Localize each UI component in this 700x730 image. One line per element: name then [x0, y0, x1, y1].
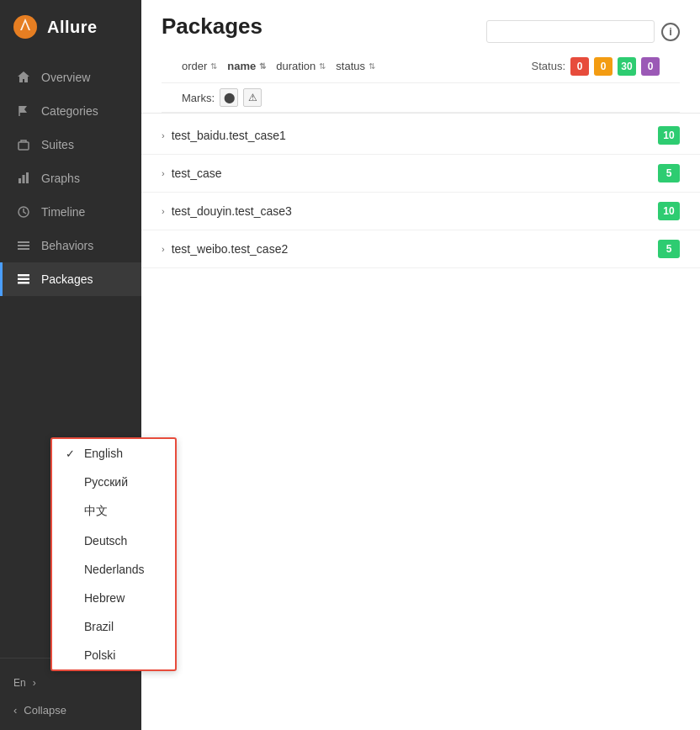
chevron-left-icon: ‹ [13, 704, 17, 717]
marks-row: Marks: ⬤ ⚠ [162, 83, 680, 113]
sidebar-item-behaviors-label: Behaviors [41, 239, 93, 252]
page-title: Packages [162, 13, 262, 40]
clock-icon [16, 204, 31, 220]
table-header: order ⇅ name ⇅ duration ⇅ status ⇅ Statu… [162, 50, 680, 83]
packages-icon [16, 272, 31, 287]
package-name-0: test_baidu.test_case1 [172, 129, 658, 142]
chevron-icon-2: › [162, 206, 165, 216]
package-item-2[interactable]: › test_douyin.test_case3 10 [141, 193, 700, 230]
svg-rect-5 [26, 172, 29, 183]
sort-name-icon: ⇅ [259, 61, 266, 71]
package-name-3: test_weibo.test_case2 [172, 242, 658, 256]
sort-order-icon: ⇅ [210, 61, 217, 71]
bar-chart-icon [16, 171, 31, 186]
lang-nederlands-label: Nederlands [84, 563, 145, 576]
flag-icon [16, 103, 31, 119]
col-order[interactable]: order ⇅ [182, 56, 227, 76]
sort-duration-icon: ⇅ [319, 61, 326, 71]
package-count-0: 10 [658, 126, 680, 145]
app-name: Allure [47, 18, 98, 37]
sidebar-item-packages[interactable]: Packages [0, 262, 141, 296]
lang-brazil-label: Brazil [84, 620, 114, 633]
lang-chinese-label: 中文 [84, 504, 108, 519]
sidebar-item-categories[interactable]: Categories [0, 94, 141, 128]
sidebar-item-categories-label: Categories [41, 104, 98, 118]
logo[interactable]: Allure [0, 0, 141, 54]
collapse-label: Collapse [24, 704, 66, 717]
svg-rect-12 [18, 282, 29, 284]
sidebar-item-graphs-label: Graphs [41, 172, 80, 185]
lang-option-english[interactable]: ✓ English [52, 439, 175, 468]
lang-option-russian[interactable]: Русский [52, 468, 175, 496]
lang-option-brazil[interactable]: Brazil [52, 612, 175, 641]
lang-polski-label: Polski [84, 648, 115, 662]
svg-rect-8 [18, 245, 29, 246]
sidebar-item-timeline-label: Timeline [41, 205, 85, 219]
sidebar-bottom: ✓ English Русский 中文 Deutsch Nederlands [0, 658, 141, 730]
chevron-icon-0: › [162, 130, 165, 140]
info-icon[interactable]: i [661, 23, 680, 41]
lang-russian-label: Русский [84, 475, 128, 489]
svg-rect-4 [23, 175, 25, 183]
lang-button-label: En [13, 677, 26, 689]
page-header: Packages i order ⇅ name ⇅ duration ⇅ sta… [141, 0, 700, 114]
package-name-1: test_case [172, 167, 658, 180]
sidebar-item-overview-label: Overview [41, 71, 90, 84]
main-content: Packages i order ⇅ name ⇅ duration ⇅ sta… [141, 0, 700, 730]
col-order-label: order [182, 60, 207, 72]
status-summary: Status: 0 0 30 0 [532, 57, 660, 76]
svg-rect-3 [19, 178, 21, 183]
package-name-2: test_douyin.test_case3 [172, 204, 658, 218]
lang-option-deutsch[interactable]: Deutsch [52, 526, 175, 555]
package-item-1[interactable]: › test_case 5 [141, 155, 700, 193]
mark-circle-icon[interactable]: ⬤ [220, 88, 238, 107]
lang-option-chinese[interactable]: 中文 [52, 496, 175, 526]
lang-english-label: English [84, 447, 123, 460]
allure-logo-icon [12, 13, 39, 40]
lang-deutsch-label: Deutsch [84, 534, 127, 548]
home-icon [16, 70, 31, 85]
package-item-0[interactable]: › test_baidu.test_case1 10 [141, 117, 700, 155]
package-count-1: 5 [658, 164, 680, 182]
col-name[interactable]: name ⇅ [227, 56, 276, 76]
collapse-button[interactable]: ‹ Collapse [13, 697, 128, 720]
status-badge-red: 0 [570, 57, 589, 76]
col-duration-label: duration [276, 60, 316, 72]
lang-hebrew-label: Hebrew [84, 591, 125, 605]
sidebar: Allure Overview Categories [0, 0, 141, 730]
status-label: Status: [532, 60, 565, 72]
col-status[interactable]: status ⇅ [336, 56, 385, 76]
chevron-right-icon: › [33, 677, 36, 689]
sidebar-item-behaviors[interactable]: Behaviors [0, 229, 141, 262]
sidebar-item-packages-label: Packages [41, 272, 93, 286]
package-list: › test_baidu.test_case1 10 › test_case 5… [141, 114, 700, 730]
language-dropdown: ✓ English Русский 中文 Deutsch Nederlands [50, 437, 177, 671]
search-input[interactable] [486, 20, 655, 43]
lang-option-nederlands[interactable]: Nederlands [52, 555, 175, 584]
package-count-2: 10 [658, 202, 680, 220]
lang-option-polski[interactable]: Polski [52, 641, 175, 669]
status-badge-purple: 0 [641, 57, 660, 76]
sidebar-item-suites-label: Suites [41, 138, 74, 151]
svg-rect-11 [18, 278, 29, 281]
package-item-3[interactable]: › test_weibo.test_case2 5 [141, 230, 700, 268]
svg-rect-9 [18, 248, 29, 250]
mark-warning-icon[interactable]: ⚠ [243, 88, 262, 107]
col-name-label: name [227, 60, 256, 72]
svg-rect-10 [18, 274, 29, 277]
lang-option-hebrew[interactable]: Hebrew [52, 584, 175, 612]
package-count-3: 5 [658, 240, 680, 258]
chevron-icon-3: › [162, 244, 165, 254]
sidebar-item-overview[interactable]: Overview [0, 61, 141, 94]
briefcase-icon [16, 137, 31, 152]
status-badge-green: 30 [618, 57, 636, 76]
sidebar-item-graphs[interactable]: Graphs [0, 161, 141, 195]
language-button[interactable]: En [13, 674, 26, 692]
col-duration[interactable]: duration ⇅ [276, 56, 336, 76]
chevron-icon-1: › [162, 168, 165, 178]
svg-rect-2 [19, 142, 29, 150]
col-status-label: status [336, 60, 365, 72]
sidebar-item-timeline[interactable]: Timeline [0, 195, 141, 229]
sidebar-item-suites[interactable]: Suites [0, 128, 141, 161]
check-icon: ✓ [66, 447, 77, 460]
